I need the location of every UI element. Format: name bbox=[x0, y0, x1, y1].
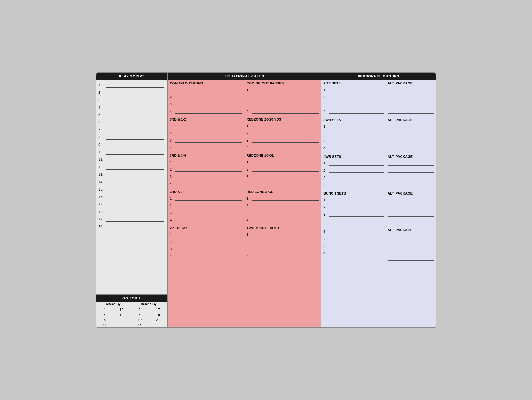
play-number: 8. bbox=[98, 135, 106, 140]
play-underline bbox=[106, 187, 164, 192]
sit-num: 4. bbox=[170, 254, 175, 258]
alt-underline bbox=[388, 168, 434, 173]
sit-underline bbox=[252, 138, 319, 143]
sit-line: 4. bbox=[170, 144, 242, 150]
sit-underline bbox=[252, 247, 319, 251]
play-number: 18. bbox=[98, 210, 106, 214]
pers-num: 2. bbox=[323, 95, 329, 99]
sit-section-title: COMING OUT PASSES bbox=[247, 81, 319, 85]
play-number: 12. bbox=[98, 165, 106, 170]
ahead-by-header: Ahead By bbox=[96, 302, 130, 307]
behind2: 21 bbox=[149, 317, 167, 322]
go-for-2-section: GO FOR 2 Ahead By Behind By 1 12 2 17 4 … bbox=[96, 294, 167, 327]
pers-underline bbox=[329, 146, 384, 150]
play-underline bbox=[106, 83, 164, 88]
sit-section-title: REDZONE 20-10 YDS bbox=[247, 117, 319, 121]
sit-section-title: 3RD & 1-2 bbox=[170, 117, 242, 121]
sit-underline bbox=[252, 88, 319, 92]
sit-section-title: RED ZONE 3-GL bbox=[247, 190, 319, 194]
sit-underline bbox=[175, 167, 242, 172]
behind1: 2 bbox=[130, 307, 149, 312]
sit-num: 1. bbox=[170, 124, 175, 128]
play-underline bbox=[106, 172, 164, 177]
alt-underline bbox=[388, 109, 434, 114]
alt-line bbox=[388, 145, 434, 150]
alt-line bbox=[388, 248, 434, 253]
pers-underline bbox=[329, 198, 384, 202]
pers-line: 1. bbox=[323, 86, 384, 92]
ahead1: 5 bbox=[96, 317, 113, 322]
alt-line bbox=[388, 86, 434, 92]
pers-underline bbox=[329, 109, 384, 114]
pers-line: 1. bbox=[323, 123, 384, 129]
sit-section: COMING OUT PASSES 1. 2. 3. 4. bbox=[247, 81, 319, 114]
sit-num: 3. bbox=[170, 247, 175, 251]
alt-package-section: ALT. PACKAGE bbox=[388, 228, 434, 261]
play-number: 14. bbox=[98, 180, 106, 184]
pers-line: 2. bbox=[323, 93, 384, 99]
alt-line bbox=[388, 130, 434, 136]
sit-num: 2. bbox=[170, 204, 175, 208]
sit-underline bbox=[252, 233, 319, 237]
go-for-2-row: 1 12 2 17 bbox=[96, 307, 167, 312]
pers-num: 1. bbox=[323, 125, 329, 129]
pers-underline bbox=[329, 102, 384, 106]
play-number: 1. bbox=[98, 83, 106, 88]
play-number: 9. bbox=[98, 143, 106, 147]
play-underline bbox=[106, 98, 164, 102]
ahead2: 19 bbox=[113, 312, 130, 317]
main-card: PLAY SCRIPT 1.2.3.4.5.6.7.8.9.10.11.12.1… bbox=[96, 72, 436, 328]
sit-section-title: TWO MINUTE DRILL bbox=[247, 226, 319, 230]
play-number: 16. bbox=[98, 195, 106, 199]
pers-num: 4. bbox=[323, 220, 329, 224]
sit-line: 3. bbox=[170, 173, 242, 179]
pers-underline bbox=[329, 237, 384, 241]
pers-underline bbox=[329, 125, 384, 129]
sit-num: 3. bbox=[247, 175, 252, 179]
pers-line: 4. bbox=[323, 108, 384, 114]
sit-section: TWO MINUTE DRILL 1. 2. 3. 4. bbox=[247, 226, 319, 258]
pers-group-title: 3WR SETS bbox=[323, 118, 384, 122]
ahead1: 4 bbox=[96, 312, 113, 317]
sit-num: 1. bbox=[170, 233, 175, 237]
sit-line: 1. bbox=[170, 195, 242, 201]
sit-line: 2. bbox=[247, 130, 319, 135]
ahead1: 1 bbox=[96, 307, 113, 312]
sit-line: 1. bbox=[247, 86, 319, 92]
personnel-header: PERSONNEL GROUPS bbox=[321, 73, 436, 80]
alt-line bbox=[388, 181, 434, 187]
sit-line: 2. bbox=[170, 130, 242, 135]
sit-line: 1. bbox=[170, 122, 242, 128]
play-line: 5. bbox=[98, 111, 164, 117]
pers-line: 1. bbox=[323, 160, 384, 166]
pers-line: 2. bbox=[323, 204, 384, 209]
sit-underline bbox=[175, 131, 242, 135]
sit-line: 2. bbox=[170, 238, 242, 244]
sit-line: 3. bbox=[247, 173, 319, 179]
sit-section: 3RD & 7+ 1. 2. 3. 4. bbox=[170, 190, 242, 222]
behind2: 17 bbox=[149, 307, 167, 312]
sit-underline bbox=[175, 175, 242, 179]
sit-num: 2. bbox=[247, 240, 252, 244]
sit-section: REDZONE 10-GL 1. 2. 3. 4. bbox=[247, 154, 319, 186]
pers-line: 2. bbox=[323, 167, 384, 173]
sit-num: 4. bbox=[170, 109, 175, 114]
sit-section-title: 3RD & 7+ bbox=[170, 190, 242, 194]
sit-underline bbox=[252, 167, 319, 172]
pers-group-section: 3WR SETS 1. 2. 3. 4. bbox=[323, 118, 384, 150]
pers-num: 4. bbox=[323, 251, 329, 255]
sit-underline bbox=[175, 102, 242, 106]
pers-underline bbox=[329, 244, 384, 248]
alt-package-title: ALT. PACKAGE bbox=[388, 118, 434, 122]
play-line: 1. bbox=[98, 81, 164, 88]
sit-underline bbox=[252, 102, 319, 106]
alt-package-section: ALT. PACKAGE bbox=[388, 155, 434, 187]
pers-num: 2. bbox=[323, 168, 329, 173]
sit-num: 3. bbox=[247, 102, 252, 106]
sit-num: 1. bbox=[247, 233, 252, 237]
pers-underline bbox=[329, 220, 384, 224]
play-line: 19. bbox=[98, 215, 164, 222]
alt-package-section: ALT. PACKAGE bbox=[388, 118, 434, 150]
go-for-2-row: 5 10 21 bbox=[96, 317, 167, 322]
alt-line bbox=[388, 174, 434, 180]
